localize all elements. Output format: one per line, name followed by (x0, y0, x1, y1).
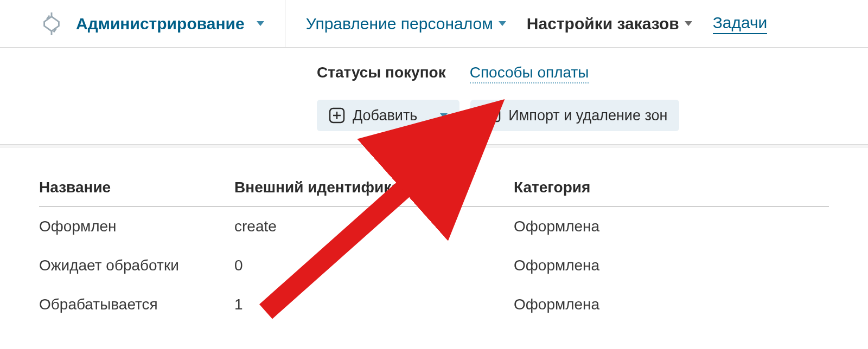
actions-row: Добавить Импорт и удаление зон (0, 83, 868, 131)
nav-tasks-link[interactable]: Задачи (713, 14, 768, 34)
tab-purchase-statuses[interactable]: Статусы покупок (317, 64, 446, 81)
col-ext-id[interactable]: Внешний идентификатор (234, 179, 514, 206)
add-button[interactable]: Добавить (317, 100, 459, 131)
import-button-label: Импорт и удаление зон (508, 107, 667, 124)
subtabs: Статусы покупок Способы оплаты (0, 48, 868, 83)
table-row[interactable]: Обрабатывается 1 Оформлена (39, 285, 829, 324)
cell-ext-id: 0 (234, 246, 514, 285)
statuses-table: Название Внешний идентификатор Категория… (39, 179, 829, 324)
chevron-down-icon (257, 21, 264, 26)
nav-admin-dropdown[interactable]: Администрирование (76, 15, 264, 33)
table-header-row: Название Внешний идентификатор Категория (39, 179, 829, 206)
nav-orders-dropdown[interactable]: Настройки заказов (527, 15, 692, 33)
chevron-down-icon (499, 21, 506, 26)
nav-admin-label: Администрирование (76, 15, 245, 33)
nav-orders-label: Настройки заказов (527, 15, 679, 33)
statuses-table-wrap: Название Внешний идентификатор Категория… (0, 147, 868, 324)
nav-tasks-label: Задачи (713, 14, 768, 34)
table-row[interactable]: Оформлен create Оформлена (39, 206, 829, 246)
col-name[interactable]: Название (39, 179, 234, 206)
cell-name: Обрабатывается (39, 285, 234, 324)
add-button-label: Добавить (353, 107, 417, 124)
chevron-down-icon (440, 113, 448, 118)
cell-ext-id: 1 (234, 285, 514, 324)
import-icon (482, 108, 501, 122)
cell-category: Оформлена (514, 246, 829, 285)
nav-personnel-dropdown[interactable]: Управление персоналом (306, 15, 506, 33)
import-delete-zones-button[interactable]: Импорт и удаление зон (470, 100, 679, 131)
table-row[interactable]: Ожидает обработки 0 Оформлена (39, 246, 829, 285)
cell-name: Ожидает обработки (39, 246, 234, 285)
cell-ext-id: create (234, 206, 514, 246)
nav-personnel-label: Управление персоналом (306, 15, 493, 33)
chevron-down-icon (685, 21, 692, 26)
tab-payment-methods[interactable]: Способы оплаты (470, 64, 589, 83)
nav-separator (285, 0, 285, 48)
plus-square-icon (329, 107, 345, 124)
col-category[interactable]: Категория (514, 179, 829, 206)
top-nav: Администрирование Управление персоналом … (0, 0, 868, 48)
cell-name: Оформлен (39, 206, 234, 246)
cell-category: Оформлена (514, 285, 829, 324)
app-logo-icon (39, 11, 64, 36)
cell-category: Оформлена (514, 206, 829, 246)
